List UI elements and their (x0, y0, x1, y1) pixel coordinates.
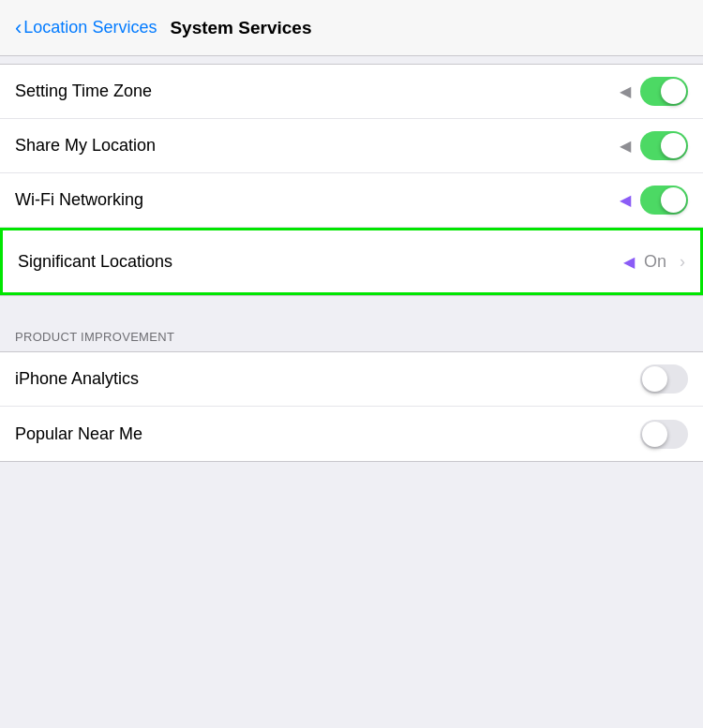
location-arrow-icon: ◀ (620, 137, 631, 155)
section-gap (0, 296, 703, 317)
wifi-networking-row[interactable]: Wi-Fi Networking ◀ (0, 173, 703, 228)
top-gap (0, 56, 703, 64)
popular-near-me-controls (640, 420, 688, 449)
significant-locations-chevron-icon: › (680, 252, 685, 272)
iphone-analytics-row[interactable]: iPhone Analytics (0, 352, 703, 407)
main-settings-section: Setting Time Zone ◀ Share My Location ◀ … (0, 64, 703, 296)
product-improvement-header: PRODUCT IMPROVEMENT (0, 317, 703, 351)
wifi-networking-toggle[interactable] (640, 186, 688, 215)
page-title: System Services (170, 18, 311, 38)
setting-time-zone-row[interactable]: Setting Time Zone ◀ (0, 65, 703, 119)
setting-time-zone-label: Setting Time Zone (15, 82, 620, 101)
toggle-thumb (661, 187, 686, 213)
iphone-analytics-controls (640, 364, 688, 394)
iphone-analytics-label: iPhone Analytics (15, 369, 640, 389)
wifi-networking-label: Wi-Fi Networking (15, 190, 620, 210)
share-my-location-row[interactable]: Share My Location ◀ (0, 119, 703, 173)
significant-location-arrow-icon: ◀ (623, 253, 635, 271)
location-arrow-purple-icon: ◀ (620, 191, 631, 209)
product-improvement-label: PRODUCT IMPROVEMENT (15, 330, 174, 344)
header: ‹ Location Services System Services (0, 0, 703, 56)
toggle-thumb (642, 422, 667, 447)
toggle-thumb (642, 366, 667, 392)
share-my-location-controls: ◀ (620, 131, 688, 160)
back-label: Location Services (23, 18, 157, 37)
significant-locations-controls: ◀ On › (623, 252, 685, 272)
significant-locations-row[interactable]: Significant Locations ◀ On › (0, 228, 703, 295)
toggle-thumb (661, 133, 686, 158)
location-arrow-icon: ◀ (620, 82, 631, 100)
popular-near-me-label: Popular Near Me (15, 424, 640, 444)
toggle-thumb (661, 79, 686, 104)
popular-near-me-toggle[interactable] (640, 420, 688, 449)
iphone-analytics-toggle[interactable] (640, 364, 688, 394)
wifi-networking-controls: ◀ (620, 186, 688, 215)
share-my-location-label: Share My Location (15, 136, 620, 156)
share-my-location-toggle[interactable] (640, 131, 688, 160)
product-improvement-section: iPhone Analytics Popular Near Me (0, 351, 703, 462)
setting-time-zone-toggle[interactable] (640, 77, 688, 106)
significant-locations-value: On (644, 252, 666, 272)
back-chevron-icon: ‹ (15, 16, 22, 40)
significant-locations-label: Significant Locations (18, 252, 623, 272)
popular-near-me-row[interactable]: Popular Near Me (0, 407, 703, 461)
back-button[interactable]: ‹ Location Services (15, 16, 157, 40)
setting-time-zone-controls: ◀ (620, 77, 688, 106)
